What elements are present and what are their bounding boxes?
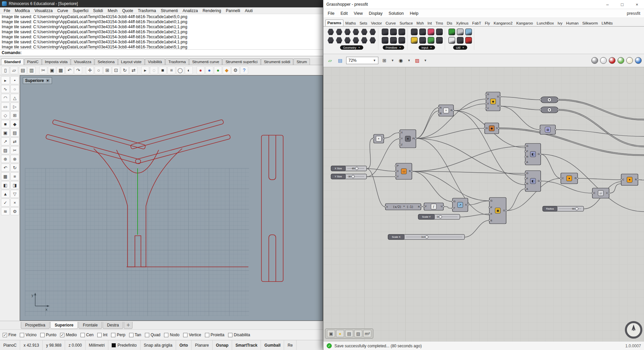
osnap-tan[interactable]: Tan bbox=[129, 333, 141, 337]
statusbar-units[interactable]: Millimetri bbox=[86, 340, 108, 350]
viewport-title-dropdown[interactable]: Superiore ▾ bbox=[23, 77, 52, 84]
gh-component-fillet-b[interactable]: CR● bbox=[621, 174, 639, 185]
gh-tab-kangaroo[interactable]: Kangaroo bbox=[515, 20, 535, 26]
gh-menu-help[interactable]: Help bbox=[407, 10, 422, 17]
split-left-icon[interactable]: ◧ bbox=[1, 181, 10, 189]
chevron-down-icon[interactable]: ▾ bbox=[46, 79, 50, 82]
zoom-window-icon[interactable]: ⊞ bbox=[103, 66, 111, 74]
gh-component-relay-a[interactable] bbox=[540, 97, 559, 103]
component-icon[interactable] bbox=[419, 37, 426, 44]
gear-icon[interactable]: ⚙ bbox=[231, 66, 239, 74]
component-icon[interactable] bbox=[390, 37, 397, 44]
component-icon[interactable] bbox=[448, 37, 455, 44]
gh-tab-maths[interactable]: Maths bbox=[344, 20, 358, 26]
layers-panel-icon[interactable]: ≡ bbox=[10, 172, 19, 180]
copy-icon[interactable]: ▣ bbox=[48, 66, 56, 74]
zoom-extents-icon[interactable]: ⊡ bbox=[112, 66, 120, 74]
component-icon[interactable] bbox=[327, 37, 334, 44]
osnap-proietta[interactable]: Proietta bbox=[205, 333, 224, 337]
checkbox-disabilita[interactable] bbox=[228, 333, 232, 337]
toolbar-tab-strum[interactable]: Strum bbox=[293, 58, 310, 65]
statusbar-toggle-osnap[interactable]: Osnap bbox=[213, 340, 232, 350]
checkbox-perp[interactable] bbox=[111, 333, 115, 337]
viewport-tab-frontale[interactable]: Frontale bbox=[78, 322, 102, 329]
gh-menu-solution[interactable]: Solution bbox=[386, 10, 407, 17]
component-icon[interactable] bbox=[427, 37, 435, 44]
print-icon[interactable]: ▥ bbox=[28, 66, 36, 74]
viewport-superiore[interactable]: yx Superiore ▾ bbox=[20, 75, 323, 321]
gh-component-surface-comp[interactable]: ▨ bbox=[539, 125, 556, 134]
wireframe-icon[interactable]: ◯ bbox=[176, 66, 184, 74]
slider-knob[interactable] bbox=[575, 207, 578, 210]
component-icon[interactable] bbox=[390, 28, 397, 36]
zoom-dynamic-icon[interactable]: ○ bbox=[95, 66, 103, 74]
gh-slider-x-size[interactable]: X Size65 bbox=[331, 166, 367, 171]
flow-icon[interactable]: ⇄ bbox=[10, 137, 19, 145]
viewport-tab-superiore[interactable]: Superiore bbox=[50, 322, 78, 329]
toolbar-tab-seleziona[interactable]: Seleziona bbox=[95, 58, 118, 65]
statusbar-toggle-planare[interactable]: Planare bbox=[192, 340, 212, 350]
osnap-disabilita[interactable]: Disabilita bbox=[228, 333, 250, 337]
component-icon[interactable] bbox=[457, 28, 464, 36]
gh-tab-fabt[interactable]: FabT bbox=[471, 20, 483, 26]
grasshopper-canvas[interactable]: ×XYZPt●ABR+GPXYGX◆GX◆▨PXYR▭GPNAG◧GPNAG◧C… bbox=[323, 67, 644, 341]
rhino-menu-trasforma[interactable]: Trasforma bbox=[136, 8, 158, 14]
box-icon[interactable]: ■ bbox=[1, 120, 10, 128]
save-icon[interactable]: ▤ bbox=[19, 66, 27, 74]
statusbar-toggle-smarttrack[interactable]: SmartTrack bbox=[232, 340, 261, 350]
paint-blob-icon[interactable]: ● bbox=[336, 330, 344, 337]
gh-tab-dis[interactable]: Dis bbox=[445, 20, 454, 26]
component-icon[interactable] bbox=[398, 28, 406, 36]
arc-icon[interactable]: ◠ bbox=[1, 94, 10, 102]
chevron-down-icon[interactable]: ▼ bbox=[390, 59, 395, 62]
slider-knob[interactable] bbox=[352, 175, 354, 178]
osnap-int[interactable]: Int bbox=[97, 333, 107, 337]
checkbox-vicino[interactable] bbox=[20, 333, 24, 337]
component-icon[interactable] bbox=[427, 28, 435, 36]
component-icon[interactable] bbox=[436, 28, 443, 36]
polygon-icon[interactable]: △ bbox=[10, 94, 19, 102]
component-icon[interactable] bbox=[352, 37, 360, 44]
gh-slider-scale-x[interactable]: Scale X3.0 bbox=[388, 234, 465, 239]
shaded-icon[interactable]: ◐ bbox=[185, 66, 193, 74]
gh-component-relay-b[interactable] bbox=[540, 107, 559, 113]
gh-tab-int[interactable]: Int bbox=[426, 20, 434, 26]
rhino-menu-mesh[interactable]: Mesh bbox=[105, 8, 120, 14]
open-definition-icon[interactable]: ▱ bbox=[326, 56, 334, 64]
osnap-punto[interactable]: Punto bbox=[40, 333, 56, 337]
gh-component-addition[interactable]: ABR+ bbox=[438, 105, 454, 116]
component-icon[interactable] bbox=[381, 28, 389, 36]
toolbar-tab-strumenti-solidi[interactable]: Strumenti solidi bbox=[261, 58, 293, 65]
viewport-tab-prospettiva[interactable]: Prospettiva bbox=[21, 322, 50, 329]
gh-tab-curve[interactable]: Curve bbox=[384, 20, 398, 26]
checkbox-nodo[interactable] bbox=[164, 333, 168, 337]
slider-knob[interactable] bbox=[355, 167, 358, 170]
gh-tab-sets[interactable]: Sets bbox=[358, 20, 369, 26]
help-icon[interactable]: ? bbox=[240, 66, 248, 74]
minimize-button[interactable]: – bbox=[600, 0, 615, 9]
component-icon[interactable] bbox=[369, 37, 376, 44]
checkbox-fine[interactable]: ✓ bbox=[3, 333, 7, 337]
gh-component-loft-a[interactable]: GPNAG◧ bbox=[525, 143, 542, 165]
gh-menu-edit[interactable]: Edit bbox=[337, 10, 351, 17]
gh-component-expression[interactable]: xR(x/2) * (-1) bbox=[385, 204, 422, 210]
statusbar-toggle-orto[interactable]: Orto bbox=[176, 340, 192, 350]
component-icon[interactable] bbox=[411, 28, 418, 36]
gh-component-relay-small[interactable]: × bbox=[373, 134, 385, 143]
component-icon[interactable] bbox=[381, 37, 389, 44]
boolean-union-icon[interactable]: ⊕ bbox=[1, 155, 10, 163]
osnap-vertice[interactable]: Vertice bbox=[183, 333, 201, 337]
rhino-titlebar[interactable]: Rhinoceros 6 Educational - [Superiore] bbox=[0, 0, 323, 7]
gh-tab-silkworm[interactable]: Silkworm bbox=[581, 20, 600, 26]
display-mode-ball-icon-3[interactable] bbox=[618, 57, 624, 64]
array-icon[interactable]: ▦ bbox=[1, 172, 10, 180]
toolbar-tab-imposta-vista[interactable]: Imposta vista bbox=[42, 58, 71, 65]
component-icon[interactable] bbox=[361, 37, 368, 44]
rhino-menu-solidi[interactable]: Solidi bbox=[91, 8, 105, 14]
component-icon[interactable] bbox=[335, 37, 343, 44]
new-file-icon[interactable]: ▯ bbox=[1, 66, 9, 74]
component-icon[interactable] bbox=[369, 28, 376, 36]
toolbar-tab-pianic[interactable]: PianiC bbox=[24, 58, 42, 65]
lock-icon[interactable]: ■ bbox=[159, 66, 167, 74]
command-prompt[interactable]: Comando: bbox=[0, 50, 323, 56]
